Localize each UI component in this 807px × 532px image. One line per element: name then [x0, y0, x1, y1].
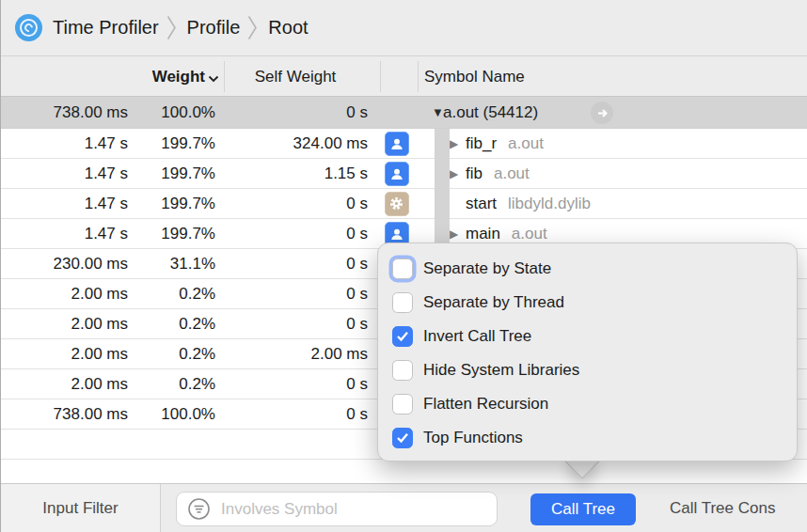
- option-top-functions[interactable]: Top Functions: [378, 421, 797, 455]
- option-hide-system-libraries[interactable]: Hide System Libraries: [378, 353, 797, 387]
- weight-percent: 100.0%: [128, 97, 215, 128]
- library-label: libdyld.dylib: [508, 195, 591, 213]
- weight-percent: 0.2%: [128, 309, 215, 338]
- symbol-label: main: [466, 225, 500, 243]
- checkbox[interactable]: [392, 258, 413, 279]
- weight-percent: 0.2%: [128, 369, 215, 399]
- library-label: a.out: [494, 164, 530, 183]
- column-header-weight[interactable]: Weight: [1, 56, 219, 97]
- library-label: a.out: [512, 225, 547, 243]
- breadcrumb: Time Profiler Profile Root: [1, 0, 807, 56]
- symbol-label: fib_r: [466, 134, 497, 153]
- option-label: Separate by Thread: [423, 293, 564, 312]
- column-header-self-weight-label: Self Weight: [255, 68, 337, 86]
- weight-percent: 31.1%: [128, 249, 215, 278]
- chevron-right-icon: [166, 15, 177, 40]
- gear-icon: [385, 192, 409, 216]
- weight-time: 1.47 s: [1, 129, 128, 158]
- weight-time: 230.00 ms: [1, 249, 128, 278]
- weight-time: 1.47 s: [1, 219, 128, 248]
- column-divider[interactable]: [418, 61, 419, 92]
- filter-bar: Input Filter Involves Symbol Call Tree C…: [1, 483, 807, 532]
- symbol-filter-input[interactable]: Involves Symbol: [176, 492, 498, 526]
- self-weight: 0 s: [215, 309, 368, 338]
- self-weight: 324.00 ms: [215, 129, 368, 158]
- weight-percent: 199.7%: [128, 159, 215, 188]
- column-header-symbol-name[interactable]: Symbol Name: [424, 56, 525, 97]
- time-profiler-icon: [15, 14, 42, 41]
- disclosure-triangle-icon[interactable]: ▶: [450, 159, 466, 188]
- checkbox[interactable]: [392, 326, 413, 347]
- symbol-label: fib: [466, 164, 483, 183]
- table-row[interactable]: 1.47 s 199.7% 1.15 s ▶ fib a.out: [1, 159, 807, 189]
- weight-time: 738.00 ms: [1, 399, 128, 429]
- checkbox[interactable]: [392, 394, 413, 415]
- self-weight: 0 s: [215, 249, 368, 278]
- sort-descending-icon: [208, 75, 219, 83]
- instruments-window: Time Profiler Profile Root Weight Self W…: [0, 0, 807, 532]
- table-header: Weight Self Weight Symbol Name: [1, 56, 807, 97]
- weight-time: 1.47 s: [1, 189, 128, 218]
- call-tree-constraints-label: Call Tree Cons: [670, 499, 775, 518]
- checkbox[interactable]: [392, 292, 413, 313]
- weight-percent: 199.7%: [128, 219, 215, 248]
- input-filter-button[interactable]: Input Filter: [1, 484, 161, 532]
- option-label: Flatten Recursion: [423, 395, 548, 414]
- table-row[interactable]: 1.47 s 199.7% 0 s start libdyld.dylib: [1, 189, 807, 219]
- call-tree-options-popover: Separate by State Separate by Thread Inv…: [377, 243, 798, 462]
- option-label: Invert Call Tree: [423, 327, 531, 346]
- empty-row: [1, 460, 807, 483]
- weight-percent: 0.2%: [128, 279, 215, 308]
- option-label: Top Functions: [423, 429, 523, 447]
- weight-time: 1.47 s: [1, 159, 128, 188]
- input-filter-label: Input Filter: [42, 499, 118, 518]
- self-weight: 0 s: [215, 279, 368, 308]
- breadcrumb-item-root[interactable]: Root: [268, 17, 308, 39]
- filter-icon: [187, 497, 211, 521]
- chevron-right-icon: [247, 15, 258, 40]
- checkbox[interactable]: [392, 360, 413, 381]
- call-tree-button-label: Call Tree: [551, 500, 615, 519]
- outline-indent-strip: [435, 129, 450, 243]
- column-divider[interactable]: [380, 61, 381, 92]
- option-label: Separate by State: [423, 259, 551, 278]
- column-header-weight-label: Weight: [152, 68, 205, 86]
- symbol-label: a.out (54412): [443, 103, 538, 122]
- table-row[interactable]: 738.00 ms 100.0% 0 s ▼ a.out (54412): [1, 97, 807, 129]
- self-weight: 0 s: [215, 189, 368, 218]
- weight-time: 738.00 ms: [1, 97, 128, 128]
- weight-time: 2.00 ms: [1, 339, 128, 368]
- column-header-self-weight[interactable]: Self Weight: [224, 56, 367, 97]
- weight-time: 2.00 ms: [1, 279, 128, 308]
- option-invert-call-tree[interactable]: Invert Call Tree: [378, 320, 797, 353]
- disclosure-triangle-icon[interactable]: ▶: [450, 129, 466, 158]
- user-icon: [385, 162, 409, 186]
- weight-percent: 0.2%: [128, 339, 215, 368]
- table-row[interactable]: 1.47 s 199.7% 324.00 ms ▶ fib_r a.out: [1, 129, 807, 159]
- self-weight: 0 s: [215, 399, 368, 429]
- checkbox[interactable]: [392, 428, 413, 448]
- call-tree-button[interactable]: Call Tree: [530, 493, 636, 525]
- disclosure-spacer: [450, 189, 466, 218]
- symbol-name: a.out (54412): [443, 97, 538, 128]
- option-flatten-recursion[interactable]: Flatten Recursion: [378, 387, 797, 421]
- weight-percent: 199.7%: [128, 189, 215, 218]
- weight-time: 2.00 ms: [1, 369, 128, 399]
- option-label: Hide System Libraries: [423, 361, 579, 380]
- self-weight: 1.15 s: [215, 159, 368, 188]
- option-separate-by-thread[interactable]: Separate by Thread: [378, 286, 797, 320]
- option-separate-by-state[interactable]: Separate by State: [378, 252, 797, 286]
- self-weight: 0 s: [215, 97, 368, 128]
- breadcrumb-item-profile[interactable]: Profile: [187, 17, 241, 39]
- library-label: a.out: [508, 134, 544, 153]
- call-tree-constraints-button[interactable]: Call Tree Cons: [670, 484, 807, 532]
- focus-arrow-icon[interactable]: [591, 102, 613, 124]
- self-weight: 2.00 ms: [215, 339, 368, 368]
- self-weight: 0 s: [215, 219, 368, 248]
- self-weight: 0 s: [215, 369, 368, 399]
- breadcrumb-item-time-profiler[interactable]: Time Profiler: [53, 17, 159, 39]
- column-header-symbol-name-label: Symbol Name: [424, 68, 525, 86]
- search-placeholder: Involves Symbol: [221, 500, 338, 519]
- weight-percent: 199.7%: [128, 129, 215, 158]
- weight-percent: 100.0%: [128, 399, 215, 429]
